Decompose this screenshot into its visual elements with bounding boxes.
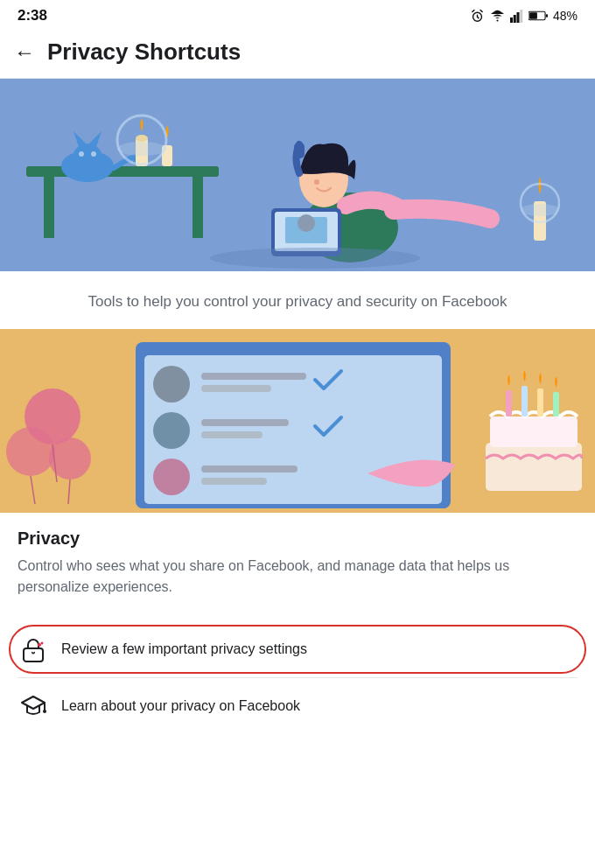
graduation-icon (18, 690, 49, 722)
svg-rect-64 (553, 392, 559, 416)
review-settings-label: Review a few important privacy settings (61, 641, 578, 657)
hero-banner (0, 79, 595, 271)
svg-line-4 (480, 10, 482, 11)
learn-privacy-label: Learn about your privacy on Facebook (61, 698, 578, 714)
status-time: 2:38 (18, 7, 47, 24)
svg-rect-49 (153, 366, 190, 402)
svg-rect-57 (201, 478, 267, 485)
svg-point-27 (117, 142, 166, 156)
svg-rect-7 (514, 15, 516, 23)
wifi-icon (490, 9, 505, 24)
svg-point-67 (41, 642, 44, 645)
svg-point-38 (521, 204, 559, 216)
svg-rect-14 (26, 166, 219, 177)
svg-rect-9 (520, 10, 522, 23)
battery-icon (528, 10, 548, 21)
svg-rect-16 (192, 177, 203, 238)
svg-rect-12 (529, 12, 537, 18)
hero-description: Tools to help you control your privacy a… (26, 290, 569, 313)
svg-rect-11 (546, 14, 548, 18)
svg-line-3 (472, 10, 474, 11)
header: ← Privacy Shortcuts (0, 30, 595, 79)
svg-rect-6 (510, 18, 513, 23)
status-bar: 2:38 48% (0, 0, 595, 30)
svg-point-31 (314, 179, 319, 185)
menu-item-review-settings[interactable]: Review a few important privacy settings (0, 621, 595, 677)
signal-icon (510, 9, 523, 24)
svg-point-42 (6, 427, 55, 476)
back-button[interactable]: ← (14, 40, 35, 65)
privacy-illustration (0, 329, 595, 513)
svg-point-39 (210, 248, 420, 269)
svg-rect-55 (153, 458, 190, 495)
svg-marker-68 (22, 696, 45, 709)
page-title: Privacy Shortcuts (47, 38, 241, 66)
svg-point-66 (38, 643, 41, 647)
svg-point-35 (298, 214, 315, 232)
svg-point-70 (43, 710, 46, 713)
svg-point-24 (136, 135, 148, 142)
svg-point-5 (496, 19, 498, 21)
alarm-icon (470, 9, 485, 24)
status-icons: 48% (470, 9, 578, 24)
svg-rect-65 (24, 648, 43, 662)
svg-rect-60 (490, 416, 578, 447)
svg-rect-59 (486, 443, 582, 491)
svg-rect-61 (506, 390, 512, 416)
privacy-body: Control who sees what you share on Faceb… (18, 556, 578, 599)
svg-point-22 (91, 151, 96, 157)
svg-rect-62 (522, 386, 528, 416)
svg-rect-53 (201, 419, 289, 426)
svg-point-18 (74, 144, 102, 168)
description-section: Tools to help you control your privacy a… (0, 271, 595, 329)
svg-rect-51 (201, 385, 271, 392)
svg-rect-8 (516, 12, 519, 23)
battery-percentage: 48% (553, 9, 578, 23)
lock-heart-icon (18, 634, 49, 665)
svg-point-21 (79, 151, 84, 157)
privacy-card-illustration (0, 329, 595, 513)
svg-rect-52 (153, 412, 190, 449)
privacy-heading: Privacy (18, 528, 578, 549)
menu-item-learn-privacy[interactable]: Learn about your privacy on Facebook (0, 678, 595, 734)
svg-rect-63 (537, 388, 543, 416)
svg-rect-30 (294, 143, 304, 158)
svg-rect-15 (44, 177, 54, 238)
svg-line-2 (477, 17, 478, 18)
privacy-text-section: Privacy Control who sees what you share … (0, 513, 595, 613)
hero-illustration (0, 79, 595, 271)
menu-list: Review a few important privacy settings … (0, 612, 595, 743)
svg-rect-54 (201, 431, 262, 438)
svg-rect-56 (201, 466, 298, 472)
svg-rect-50 (201, 373, 306, 380)
